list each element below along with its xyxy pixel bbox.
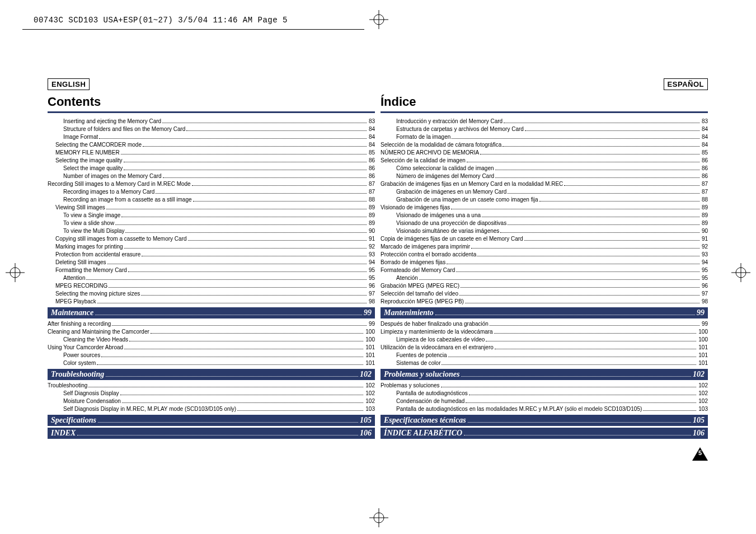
toc-page-number: 96	[701, 282, 708, 290]
toc-label: Pantalla de autodiagnósticos en las moda…	[396, 405, 642, 413]
toc-row: Selección de la modalidad de cámara foto…	[381, 141, 708, 149]
toc-label: Formateado del Memory Card	[381, 266, 455, 274]
toc-row: Limpieza y mantenimiento de la videocáma…	[381, 328, 708, 336]
section-title: Mantenimiento	[384, 308, 434, 317]
toc-leader-dots	[121, 154, 367, 154]
toc-leader-dots	[128, 271, 367, 272]
section-title: Specifications	[51, 416, 96, 425]
toc-leader-dots	[442, 364, 696, 365]
toc-page-number: 95	[368, 274, 375, 282]
toc-row: Pantalla de autodiagnósticos102	[381, 390, 708, 397]
toc-label: Marcado de imágenes para imprimir	[381, 243, 470, 251]
section-page-number: 102	[360, 370, 372, 379]
toc-leader-dots	[151, 333, 364, 334]
toc-leader-dots	[500, 232, 699, 233]
toc-leader-dots	[503, 146, 699, 147]
toc-label: Number of images on the Memory Card	[63, 172, 162, 180]
toc-leader-dots	[564, 185, 699, 186]
toc-page-number: 86	[701, 172, 708, 180]
toc-page-number: 87	[701, 188, 708, 196]
section-page-number: 99	[697, 308, 705, 317]
toc-page-number: 85	[701, 149, 708, 157]
section-leader-dots	[468, 422, 691, 423]
section-heading-bar: Specifications105	[48, 415, 375, 426]
section-heading-bar: INDEX106	[48, 428, 375, 439]
toc-row: Troubleshooting102	[48, 382, 375, 390]
toc-row: Utilización de la videocámara en el extr…	[381, 344, 708, 352]
toc-label: Select the image quality	[63, 165, 123, 172]
toc-page-number: 90	[701, 227, 708, 235]
section-page-number: 106	[360, 429, 372, 438]
toc-label: Borrado de imágenes fijas	[381, 259, 445, 266]
header-rule	[22, 29, 364, 30]
toc-label: Cleaning the Video Heads	[63, 336, 128, 344]
toc-label: Pantalla de autodiagnósticos	[396, 390, 468, 397]
toc-label: Copying still images from a cassette to …	[55, 235, 187, 243]
toc-leader-dots	[143, 146, 367, 147]
toc-row: Grabación de una imagen de un casete com…	[381, 196, 708, 204]
toc-row: Problemas y soluciones102	[381, 382, 708, 390]
toc-row: Power sources101	[48, 352, 375, 359]
toc-leader-dots	[121, 217, 367, 217]
toc-label: To view a slide show	[63, 219, 114, 227]
toc-leader-dots	[451, 209, 699, 209]
toc-leader-dots	[495, 170, 699, 170]
toc-row: Estructura de carpetas y archivos del Me…	[381, 125, 708, 133]
toc-row: Atención95	[381, 274, 708, 282]
toc-row: Pantalla de autodiagnósticos en las moda…	[381, 405, 708, 413]
toc-leader-dots	[447, 264, 699, 264]
toc-page-number: 94	[701, 259, 708, 266]
section-leader-dots	[106, 376, 358, 377]
toc-page-number: 84	[701, 141, 708, 149]
toc-row: Cleaning and Maintaining the Camcorder10…	[48, 328, 375, 336]
registration-mark-top	[369, 10, 388, 29]
toc-label: Visionado de imágenes una a una	[396, 212, 481, 219]
language-label-english: ENGLISH	[48, 78, 90, 90]
toc-row: Visionado de imágenes una a una89	[381, 212, 708, 219]
toc-label: Atención	[396, 274, 418, 282]
toc-leader-dots	[124, 248, 367, 249]
toc-row: Limpieza de los cabezales de vídeo100	[381, 336, 708, 344]
toc-page-number: 93	[701, 251, 708, 259]
toc-label: Introducción y extracción del Memory Car…	[396, 118, 503, 125]
section-page-number: 99	[364, 308, 372, 317]
toc-leader-dots	[465, 303, 699, 303]
print-job-header: 00743C SCD103 USA+ESP(01~27) 3/5/04 11:4…	[34, 16, 288, 25]
toc-page-number: 92	[701, 243, 708, 251]
toc-leader-dots	[452, 138, 699, 139]
toc-label: MPEG Playback	[55, 298, 96, 306]
toc-page-number: 94	[368, 259, 375, 266]
toc-label: Condensación de humedad	[396, 397, 464, 405]
registration-mark-bottom	[369, 508, 388, 527]
toc-page-number: 89	[701, 204, 708, 212]
toc-label: Protección contra el borrado accidenta	[381, 251, 476, 259]
toc-page-number: 102	[697, 390, 708, 397]
registration-mark-left	[6, 263, 25, 282]
toc-label: Cleaning and Maintaining the Camcorder	[48, 328, 149, 336]
toc-page-number: 101	[364, 359, 375, 367]
toc-page-number: 89	[368, 219, 375, 227]
toc-page-number: 87	[701, 180, 708, 188]
toc-page-number: 100	[364, 328, 375, 336]
toc-row: To view a slide show89	[48, 219, 375, 227]
toc-page-number: 102	[364, 382, 375, 390]
toc-leader-dots	[115, 224, 367, 225]
toc-page-number: 84	[368, 133, 375, 141]
toc-page-number: 96	[368, 282, 375, 290]
toc-leader-dots	[163, 177, 367, 178]
toc-leader-dots	[495, 177, 699, 178]
toc-row: Inserting and ejecting the Memory Card83	[48, 118, 375, 125]
toc-row: Reproducción MPEG (MPEG PB)98	[381, 298, 708, 306]
toc-label: Grabación de imágenes fijas en un Memory…	[381, 180, 563, 188]
toc-row: To view a Single image89	[48, 212, 375, 219]
toc-label: Visionado simultáneo de varias imágenes	[396, 227, 499, 235]
toc-label: Cómo seleccionar la calidad de imagen	[396, 165, 494, 172]
toc-leader-dots	[97, 303, 367, 303]
section-leader-dots	[98, 422, 358, 423]
toc-page-number: 84	[368, 125, 375, 133]
toc-label: Selecting the moving picture sizes	[55, 290, 140, 298]
toc-leader-dots	[101, 357, 363, 357]
section-heading-bar: Especificaciones técnicas105	[381, 415, 708, 426]
toc-row: Introducción y extracción del Memory Car…	[381, 118, 708, 125]
toc-label: Moisture Condensation	[63, 397, 121, 405]
